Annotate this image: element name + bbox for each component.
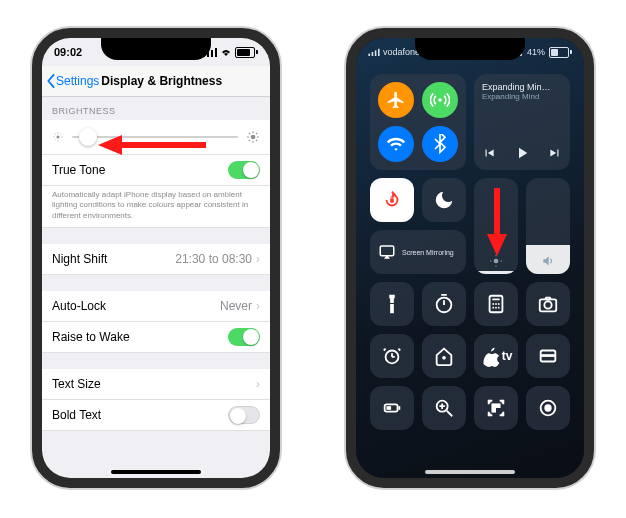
notch <box>415 38 525 60</box>
svg-marker-23 <box>98 135 122 155</box>
settings-screen: 09:02 Settings Display & Brightness BRIG… <box>42 38 270 478</box>
music-title: Expanding Min… <box>482 82 562 92</box>
camera-button[interactable] <box>526 282 570 326</box>
connectivity-module <box>370 74 466 170</box>
prev-track-icon[interactable] <box>482 146 496 160</box>
bold-text-label: Bold Text <box>52 408 101 422</box>
svg-line-54 <box>398 349 400 351</box>
status-time: 09:02 <box>54 46 82 58</box>
svg-rect-67 <box>492 409 495 412</box>
wifi-button[interactable] <box>378 126 414 162</box>
svg-line-11 <box>55 140 56 141</box>
home-indicator[interactable] <box>111 470 201 474</box>
bold-text-cell[interactable]: Bold Text <box>42 400 270 431</box>
svg-rect-30 <box>390 198 394 203</box>
svg-line-19 <box>256 140 257 141</box>
svg-point-44 <box>498 303 500 305</box>
calculator-button[interactable] <box>474 282 518 326</box>
svg-point-43 <box>495 303 497 305</box>
screen-mirroring-button[interactable]: Screen Mirroring <box>370 230 466 274</box>
voice-memo-button[interactable] <box>526 386 570 430</box>
svg-line-62 <box>447 411 453 417</box>
volume-vertical-slider[interactable] <box>526 178 570 274</box>
svg-point-49 <box>544 301 551 308</box>
auto-lock-cell[interactable]: Auto-Lock Never› <box>42 291 270 322</box>
night-shift-cell[interactable]: Night Shift 21:30 to 08:30› <box>42 244 270 275</box>
night-shift-label: Night Shift <box>52 252 107 266</box>
home-button[interactable] <box>422 334 466 378</box>
back-button[interactable]: Settings <box>42 74 99 88</box>
nav-bar: Settings Display & Brightness <box>42 66 270 97</box>
auto-lock-value: Never <box>220 299 252 313</box>
chevron-right-icon: › <box>256 377 260 391</box>
screen-mirroring-label: Screen Mirroring <box>402 249 454 256</box>
do-not-disturb-button[interactable] <box>422 178 466 222</box>
orientation-lock-button[interactable] <box>370 178 414 222</box>
section-header-brightness: BRIGHTNESS <box>42 96 270 120</box>
signal-icon <box>368 48 380 56</box>
svg-rect-24 <box>368 54 370 56</box>
chevron-right-icon: › <box>256 252 260 266</box>
true-tone-toggle[interactable] <box>228 161 260 179</box>
home-indicator[interactable] <box>425 470 515 474</box>
apple-tv-remote-button[interactable]: tv <box>474 334 518 378</box>
alarm-button[interactable] <box>370 334 414 378</box>
true-tone-footnote: Automatically adapt iPhone display based… <box>42 186 270 228</box>
svg-rect-60 <box>387 406 392 410</box>
battery-icon <box>549 47 572 58</box>
true-tone-cell[interactable]: True Tone <box>42 155 270 186</box>
qr-scan-button[interactable] <box>474 386 518 430</box>
apple-tv-label: tv <box>502 349 513 363</box>
raise-to-wake-cell[interactable]: Raise to Wake <box>42 322 270 353</box>
notch <box>101 38 211 60</box>
svg-rect-25 <box>372 52 374 56</box>
iphone-left: 09:02 Settings Display & Brightness BRIG… <box>32 28 280 488</box>
wifi-icon <box>220 47 232 57</box>
night-shift-value: 21:30 to 08:30 <box>175 252 252 266</box>
svg-marker-71 <box>487 234 507 256</box>
svg-point-46 <box>495 307 497 309</box>
speaker-icon <box>541 254 555 268</box>
music-module[interactable]: Expanding Min… Expanding Mind <box>474 74 570 170</box>
brightness-slider-thumb[interactable] <box>79 128 97 146</box>
bluetooth-button[interactable] <box>422 126 458 162</box>
svg-rect-31 <box>380 246 394 256</box>
flashlight-button[interactable] <box>370 282 414 326</box>
true-tone-label: True Tone <box>52 163 105 177</box>
wallet-button[interactable] <box>526 334 570 378</box>
raise-to-wake-toggle[interactable] <box>228 328 260 346</box>
auto-lock-label: Auto-Lock <box>52 299 106 313</box>
svg-point-37 <box>437 298 452 313</box>
svg-point-55 <box>442 356 446 360</box>
svg-rect-65 <box>492 404 495 407</box>
svg-line-18 <box>249 133 250 134</box>
status-right-icons <box>203 47 258 58</box>
battery-icon <box>235 47 258 58</box>
svg-rect-3 <box>215 48 217 57</box>
text-size-cell[interactable]: Text Size › <box>42 369 270 400</box>
svg-rect-59 <box>398 406 400 410</box>
next-track-icon[interactable] <box>548 146 562 160</box>
airplane-mode-button[interactable] <box>378 82 414 118</box>
svg-line-20 <box>249 140 250 141</box>
svg-rect-57 <box>541 354 556 357</box>
svg-line-12 <box>61 134 62 135</box>
raise-to-wake-label: Raise to Wake <box>52 330 130 344</box>
text-size-label: Text Size <box>52 377 101 391</box>
svg-rect-2 <box>211 50 213 57</box>
magnifier-button[interactable] <box>422 386 466 430</box>
chevron-left-icon <box>46 74 56 88</box>
low-power-button[interactable] <box>370 386 414 430</box>
svg-point-45 <box>492 307 494 309</box>
cellular-data-button[interactable] <box>422 82 458 118</box>
svg-line-10 <box>61 140 62 141</box>
svg-point-29 <box>438 98 441 101</box>
svg-point-42 <box>492 303 494 305</box>
sun-low-icon <box>52 131 64 143</box>
timer-button[interactable] <box>422 282 466 326</box>
play-icon[interactable] <box>513 144 531 162</box>
music-subtitle: Expanding Mind <box>482 92 562 101</box>
bold-text-toggle[interactable] <box>228 406 260 424</box>
svg-rect-26 <box>375 50 377 56</box>
svg-rect-27 <box>378 49 380 56</box>
